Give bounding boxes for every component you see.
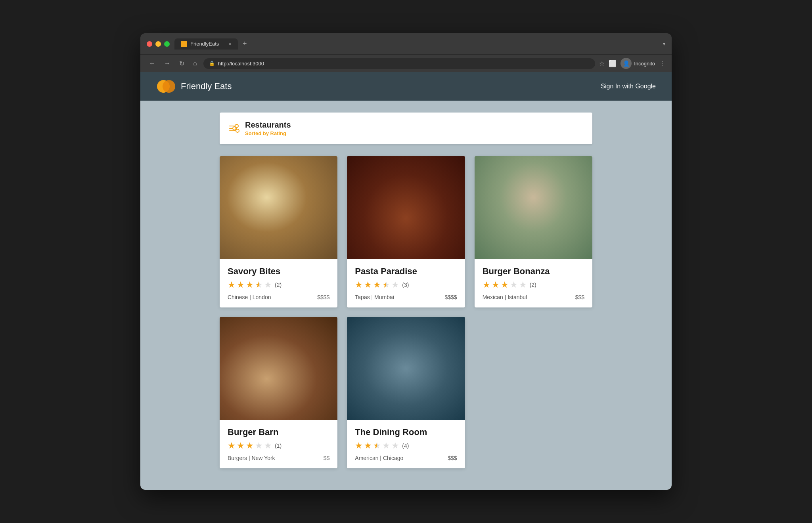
review-count: (2) bbox=[275, 282, 282, 288]
refresh-button[interactable]: ↻ bbox=[177, 58, 187, 69]
card-cuisine: Chinese | London bbox=[228, 294, 271, 300]
filter-icon[interactable] bbox=[229, 126, 239, 131]
card-price: $$$ bbox=[448, 455, 457, 461]
star-full: ★ bbox=[355, 280, 363, 290]
avatar: 👤 bbox=[620, 58, 632, 69]
card-body: Pasta Paradise ★★★★★ (3) Tapas | Mumbai … bbox=[347, 259, 465, 307]
tab-bar: FriendlyEats × + ▾ bbox=[174, 38, 665, 50]
star-full: ★ bbox=[501, 280, 509, 290]
card-stars: ★★★★★ (2) bbox=[228, 280, 329, 290]
lock-icon: 🔒 bbox=[209, 61, 215, 66]
svg-point-1 bbox=[163, 80, 175, 93]
filter-line-3 bbox=[229, 130, 239, 131]
star-empty: ★ bbox=[391, 280, 399, 290]
card-cuisine: Tapas | Mumbai bbox=[355, 294, 394, 300]
card-meta: Burgers | New York $$ bbox=[228, 455, 329, 461]
star-empty: ★ bbox=[391, 441, 399, 451]
incognito-badge[interactable]: 👤 Incognito bbox=[620, 58, 655, 69]
active-tab[interactable]: FriendlyEats × bbox=[174, 38, 238, 50]
card-image bbox=[220, 156, 337, 259]
card-body: Burger Bonanza ★★★★★ (2) Mexican | Istan… bbox=[475, 259, 592, 307]
star-full: ★ bbox=[492, 280, 500, 290]
card-meta: Tapas | Mumbai $$$$ bbox=[355, 294, 457, 300]
star-full: ★ bbox=[228, 280, 236, 290]
address-bar[interactable]: 🔒 http://localhost:3000 bbox=[203, 58, 596, 69]
star-full: ★ bbox=[246, 280, 254, 290]
card-price: $$$$ bbox=[317, 294, 329, 300]
tab-close-button[interactable]: × bbox=[228, 41, 232, 47]
navbar: ← → ↻ ⌂ 🔒 http://localhost:3000 ☆ ⬜ 👤 In… bbox=[140, 54, 672, 72]
incognito-label: Incognito bbox=[634, 61, 655, 67]
card-body: Savory Bites ★★★★★ (2) Chinese | London … bbox=[220, 259, 337, 307]
star-full: ★ bbox=[364, 441, 372, 451]
star-half: ★ bbox=[382, 280, 390, 290]
card-stars: ★★★★★ (3) bbox=[355, 280, 457, 290]
review-count: (2) bbox=[530, 282, 536, 288]
nav-actions: ☆ ⬜ 👤 Incognito ⋮ bbox=[599, 58, 665, 69]
filter-line-2 bbox=[229, 128, 237, 129]
star-half: ★ bbox=[255, 280, 263, 290]
star-full: ★ bbox=[228, 441, 236, 451]
app-logo: Friendly Eats bbox=[156, 77, 232, 96]
traffic-lights bbox=[147, 41, 170, 47]
card-cuisine: Burgers | New York bbox=[228, 455, 275, 461]
card-meta: American | Chicago $$$ bbox=[355, 455, 457, 461]
forward-button[interactable]: → bbox=[162, 58, 173, 69]
browser-window: FriendlyEats × + ▾ ← → ↻ ⌂ 🔒 http://loca… bbox=[140, 33, 672, 490]
restaurant-card[interactable]: Pasta Paradise ★★★★★ (3) Tapas | Mumbai … bbox=[347, 156, 465, 307]
card-body: Burger Barn ★★★★★ (1) Burgers | New York… bbox=[220, 420, 337, 468]
split-view-icon[interactable]: ⬜ bbox=[609, 60, 617, 67]
card-price: $$$$ bbox=[445, 294, 457, 300]
back-button[interactable]: ← bbox=[147, 58, 158, 69]
star-empty: ★ bbox=[264, 441, 272, 451]
app-header: Friendly Eats Sign In with Google bbox=[140, 72, 672, 101]
review-count: (3) bbox=[402, 282, 409, 288]
card-price: $$$ bbox=[575, 294, 584, 300]
card-cuisine: American | Chicago bbox=[355, 455, 403, 461]
restaurants-header: Restaurants Sorted by Rating bbox=[220, 113, 592, 144]
close-button[interactable] bbox=[147, 41, 152, 47]
star-full: ★ bbox=[237, 441, 245, 451]
url-display: http://localhost:3000 bbox=[218, 61, 264, 67]
bookmark-icon[interactable]: ☆ bbox=[599, 60, 605, 67]
maximize-button[interactable] bbox=[164, 41, 170, 47]
card-price: $$ bbox=[324, 455, 330, 461]
home-button[interactable]: ⌂ bbox=[191, 58, 199, 69]
restaurant-card[interactable]: Savory Bites ★★★★★ (2) Chinese | London … bbox=[220, 156, 337, 307]
star-full: ★ bbox=[364, 280, 372, 290]
card-stars: ★★★★★ (1) bbox=[228, 441, 329, 451]
card-cuisine: Mexican | Istanbul bbox=[483, 294, 527, 300]
card-meta: Chinese | London $$$$ bbox=[228, 294, 329, 300]
main-content: Restaurants Sorted by Rating Savory Bite… bbox=[140, 101, 672, 490]
card-stars: ★★★★★ (4) bbox=[355, 441, 457, 451]
star-empty: ★ bbox=[264, 280, 272, 290]
review-count: (4) bbox=[402, 443, 409, 449]
restaurants-subtitle: Sorted by Rating bbox=[245, 130, 291, 136]
card-name: Savory Bites bbox=[228, 266, 329, 277]
logo-icon bbox=[156, 77, 175, 96]
star-empty: ★ bbox=[382, 441, 390, 451]
restaurant-card[interactable]: The Dining Room ★★★★★ (4) American | Chi… bbox=[347, 317, 465, 468]
tabs-dropdown-button[interactable]: ▾ bbox=[663, 41, 665, 47]
card-name: The Dining Room bbox=[355, 427, 457, 437]
tab-favicon bbox=[181, 41, 187, 47]
browser-menu-icon[interactable]: ⋮ bbox=[659, 60, 665, 67]
new-tab-button[interactable]: + bbox=[239, 38, 250, 50]
cards-grid: Savory Bites ★★★★★ (2) Chinese | London … bbox=[220, 156, 592, 468]
minimize-button[interactable] bbox=[155, 41, 161, 47]
titlebar: FriendlyEats × + ▾ bbox=[140, 33, 672, 54]
star-full: ★ bbox=[483, 280, 490, 290]
tab-label: FriendlyEats bbox=[190, 41, 219, 47]
card-image bbox=[475, 156, 592, 259]
restaurants-title-section: Restaurants Sorted by Rating bbox=[245, 120, 291, 136]
restaurant-card[interactable]: Burger Barn ★★★★★ (1) Burgers | New York… bbox=[220, 317, 337, 468]
card-name: Pasta Paradise bbox=[355, 266, 457, 277]
app-title: Friendly Eats bbox=[181, 81, 232, 92]
star-empty: ★ bbox=[255, 441, 263, 451]
card-name: Burger Bonanza bbox=[483, 266, 584, 277]
card-name: Burger Barn bbox=[228, 427, 329, 437]
card-image bbox=[347, 156, 465, 259]
page-content: Friendly Eats Sign In with Google Restau… bbox=[140, 72, 672, 490]
restaurant-card[interactable]: Burger Bonanza ★★★★★ (2) Mexican | Istan… bbox=[475, 156, 592, 307]
sign-in-button[interactable]: Sign In with Google bbox=[601, 83, 656, 90]
